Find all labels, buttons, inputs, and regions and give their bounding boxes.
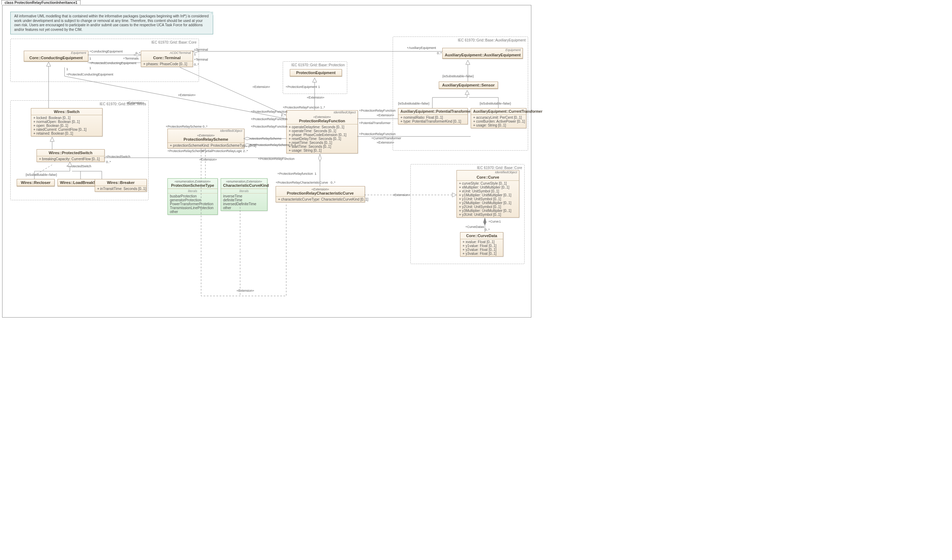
attr: + phases: PhaseCode [0..1]	[143, 62, 190, 66]
class-terminal[interactable]: ACDCTerminal Core::Terminal + phases: Ph…	[141, 51, 193, 67]
lbl: +PotentialTransformer	[359, 121, 391, 125]
literals-header: literals	[168, 189, 218, 193]
stereotype: «Extension»	[289, 115, 355, 119]
diagram-canvas: All informative UML modelling that is co…	[2, 5, 531, 318]
lbl: «Extension»	[178, 93, 196, 97]
package-protection: IEC 61970::Grid::Base::Protection	[283, 61, 347, 94]
attr: + y1Unit: UnitSymbol [0..1]	[459, 197, 517, 201]
package-core2-label: IEC 61970::Grid::Base::Core	[477, 166, 522, 170]
attr: + protectionSchemeKind: ProtectionScheme…	[170, 143, 242, 147]
class-breaker[interactable]: Wires::Breaker + inTransitTime: Seconds …	[95, 179, 147, 192]
enum-scheme-type[interactable]: «enumeration,Extension» ProtectionScheme…	[167, 178, 218, 215]
lbl: «Extension»	[127, 101, 144, 105]
lbl: +ProtectedConductingEquipment	[66, 73, 113, 76]
attr: + xMultiplier: UnitMultiplier [0..1]	[459, 185, 517, 189]
attr: + startTime: Seconds [0..1]	[289, 145, 355, 148]
attr: + type: PotentialTransformerKind [0..1]	[400, 119, 465, 123]
class-name: ProtectionSchemeType	[170, 183, 215, 188]
class-switch[interactable]: Wires::Switch + locked: Boolean [0..1] +…	[31, 108, 102, 136]
lbl: +EntireProtectionRelayScheme 0..1	[246, 143, 296, 147]
lbl: +ProtectionRelayFunction	[359, 109, 396, 113]
lbl: +ProtectionEquipment	[286, 85, 317, 89]
class-name: AuxiliaryEquipment::Sensor	[441, 83, 496, 87]
attr: + y1Multiplier: UnitMultiplier [0..1]	[459, 193, 517, 197]
lbl: 1	[499, 220, 501, 223]
attr: + ratedCurrent: CurrentFlow [0..1]	[33, 128, 100, 131]
lbl: «Extension»	[377, 141, 394, 144]
lbl: 0..*	[136, 51, 141, 55]
attr: + curveStyle: CurveStyle [0..1]	[459, 182, 517, 185]
literal: inversedDefiniteTime	[223, 202, 265, 206]
lbl: +ProtectionRelayScheme	[167, 149, 204, 153]
class-name: CharacteristicCurveKind	[223, 183, 265, 188]
attr: + retained: Boolean [0..1]	[33, 131, 100, 136]
lbl: «Extension»	[307, 96, 325, 99]
literal: PowerTransformerProtetion	[170, 202, 215, 206]
class-curve[interactable]: IdentifiedObject Core::Curve + curveStyl…	[456, 170, 519, 218]
literal: TransmissionLineProtection	[170, 206, 215, 210]
attr: + y2value: Float [0..1]	[462, 248, 501, 251]
enum-curve-kind[interactable]: «enumeration,Extension» CharacteristicCu…	[221, 178, 267, 211]
lbl: 0..*	[331, 181, 335, 184]
lbl: +ProtectedSwitch	[66, 165, 91, 168]
attr: + breakingCapacity: CurrentFlow [0..1]	[39, 157, 102, 161]
literal: definiteTime	[223, 198, 265, 202]
class-relay-scheme[interactable]: IdentifiedObject «Extension» ProtectionR…	[167, 129, 244, 148]
class-name: Wires::Recloser	[19, 180, 52, 185]
lbl: +Terminal	[194, 48, 208, 51]
lbl: +CurveDatas	[465, 225, 484, 228]
class-protection-equipment[interactable]: ProtectionEquipment	[290, 69, 342, 77]
class-name: ProtectionEquipment	[292, 71, 340, 75]
class-protected-switch[interactable]: Wires::ProtectedSwitch + breakingCapacit…	[37, 149, 105, 162]
lbl: +Terminals	[123, 57, 139, 60]
lbl: +ProtectionRelayFunction	[251, 125, 287, 128]
class-current-transformer[interactable]: AuxiliaryEquipment::CurrentTransformer +…	[471, 108, 526, 128]
class-name: Wires::Breaker	[97, 180, 144, 185]
class-recloser[interactable]: Wires::Recloser	[17, 179, 55, 187]
attr: + usage: String [0..1]	[473, 123, 524, 127]
class-name: Core::Curve	[459, 175, 517, 179]
attr: + y3Multiplier: UnitMultiplier [0..1]	[459, 209, 517, 213]
attr: + operateTime: Seconds [0..1]	[289, 129, 355, 133]
class-sensor[interactable]: AuxiliaryEquipment::Sensor	[439, 82, 498, 89]
package-protection-label: IEC 61970::Grid::Base::Protection	[291, 63, 345, 67]
lbl: «Extension»	[236, 289, 254, 292]
attr: + operateDelaytime: Seconds [0..1]	[289, 125, 355, 129]
literal: other	[223, 206, 265, 210]
attr: + y2Multiplier: UnitMultiplier [0..1]	[459, 201, 517, 205]
lbl: +ConductingEquipment	[90, 49, 123, 53]
literal: busbarProtection	[170, 194, 215, 198]
lbl: +Curve	[488, 220, 499, 223]
class-name: Wires::ProtectedSwitch	[39, 151, 102, 155]
role: IdentifiedObject	[168, 129, 244, 133]
class-potential-transformer[interactable]: AuxiliaryEquipment::PotentialTransformer…	[398, 108, 468, 124]
attr: + xUnit: UnitSymbol [0..1]	[459, 189, 517, 193]
lbl: +ProtectionRelayFunction 1..*	[283, 106, 325, 109]
class-name: Core::CurveData	[462, 234, 501, 238]
lbl: «Extension»	[377, 113, 394, 117]
attr: + nominalRatio: Float [0..1]	[400, 116, 465, 119]
lbl: +PartialProtectionRelayLogic 2..*	[201, 149, 248, 153]
class-conducting-equipment[interactable]: Equipment Core::ConductingEquipment	[24, 51, 88, 62]
attr: + y3value: Float [0..1]	[462, 251, 501, 256]
class-curve-data[interactable]: Core::CurveData + xvalue: Float [0..1] +…	[460, 232, 503, 257]
class-relay-function[interactable]: IdentifiedObject «Extension» ProtectionR…	[286, 110, 358, 153]
role: Equipment	[443, 48, 522, 52]
class-aux-equipment[interactable]: Equipment AuxiliaryEquipment::AuxiliaryE…	[442, 48, 523, 59]
literal: other	[170, 210, 215, 214]
svg-marker-20	[318, 154, 321, 161]
attr: + normalOpen: Boolean [0..1]	[33, 120, 100, 124]
lbl: +ProtectionRelayFunction	[251, 110, 287, 113]
lbl: 0..*	[194, 63, 199, 66]
lbl: +Terminal	[194, 58, 208, 61]
class-name: ProtectionRelayFunction	[289, 119, 355, 123]
lbl: «Extension»	[393, 193, 410, 197]
lbl: 0..*	[437, 51, 442, 55]
class-char-curve[interactable]: «Extension» ProtectionRelayCharacteristi…	[276, 186, 365, 202]
class-name: AuxiliaryEquipment::PotentialTransformer	[400, 110, 465, 113]
lbl: 2..*	[281, 113, 286, 117]
attr: + resetDelayTime: Seconds [0..1]	[289, 137, 355, 141]
lbl: +ProtectedConductingEquipment	[90, 61, 136, 65]
stereotype: «Extension»	[170, 134, 242, 137]
lbl: 0..*	[485, 228, 490, 231]
